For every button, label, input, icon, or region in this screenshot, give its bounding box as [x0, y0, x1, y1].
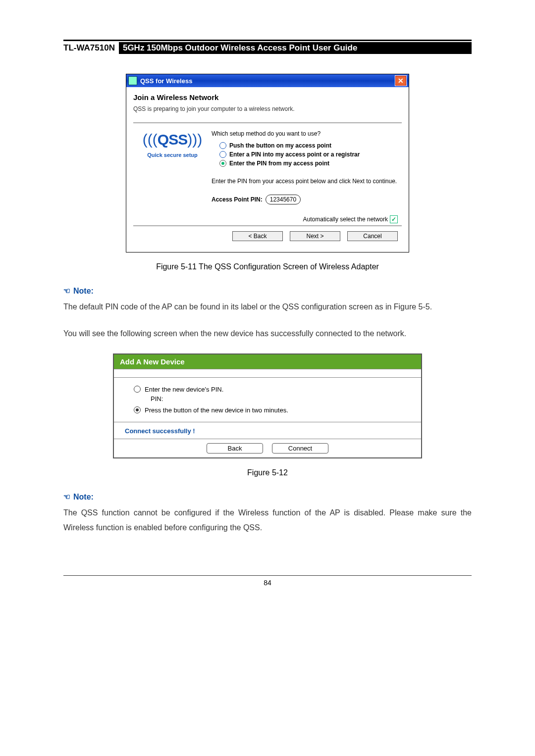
figure-caption-2: Figure 5-12	[63, 468, 472, 477]
radio-icon	[134, 406, 141, 413]
auto-select-checkbox[interactable]: ✓	[390, 215, 398, 223]
radio-icon	[134, 386, 141, 393]
option1-label: Push the button on my access point	[229, 142, 331, 149]
cancel-button[interactable]: Cancel	[347, 231, 398, 241]
option-enter-pin-registrar[interactable]: Enter a PIN into my access point or a re…	[212, 150, 398, 159]
back-button[interactable]: < Back	[232, 231, 283, 241]
pin-instruction: Enter the PIN from your access point bel…	[212, 178, 398, 185]
qss-logo: (((QSS)))	[135, 132, 210, 147]
close-icon[interactable]: ✕	[395, 75, 407, 86]
device-pin-label: PIN:	[123, 395, 412, 403]
d2-option2-label: Press the button of the new device in tw…	[145, 406, 288, 414]
note-heading-1: ☞Note:	[63, 286, 472, 296]
join-subheading: QSS is preparing to join your computer t…	[133, 105, 402, 112]
add-device-dialog: Add A New Device Enter the new device's …	[113, 353, 422, 458]
add-device-title: Add A New Device	[114, 354, 421, 369]
figure-caption-1: Figure 5-11 The QSS Configuration Screen…	[63, 262, 472, 271]
qss-tagline: Quick secure setup	[135, 152, 210, 158]
model-label: TL-WA7510N	[63, 42, 119, 54]
radio-icon	[219, 142, 226, 149]
connect-button[interactable]: Connect	[272, 443, 328, 454]
option-press-button[interactable]: Press the button of the new device in tw…	[123, 404, 412, 416]
guide-title: 5GHz 150Mbps Outdoor Wireless Access Poi…	[119, 42, 472, 54]
option-enter-pin-ap[interactable]: Enter the PIN from my access point	[212, 159, 398, 168]
note-text-1: The default PIN code of the AP can be fo…	[63, 300, 472, 314]
window-title: QSS for Wireless	[140, 77, 192, 85]
note-heading-2: ☞Note:	[63, 492, 472, 502]
auto-select-label: Automatically select the network	[303, 216, 388, 223]
next-button[interactable]: Next >	[290, 231, 340, 241]
app-icon	[128, 76, 137, 85]
option-enter-device-pin[interactable]: Enter the new device's PIN.	[123, 384, 412, 395]
option2-label: Enter a PIN into my access point or a re…	[229, 151, 360, 158]
radio-icon	[219, 151, 226, 158]
option-push-button[interactable]: Push the button on my access point	[212, 141, 398, 150]
hand-icon: ☞	[63, 492, 70, 502]
d2-option1-label: Enter the new device's PIN.	[145, 386, 223, 393]
radio-icon	[219, 160, 226, 167]
pin-input[interactable]: 12345670	[266, 195, 301, 204]
qss-dialog: QSS for Wireless ✕ Join a Wireless Netwo…	[126, 74, 409, 252]
option3-label: Enter the PIN from my access point	[229, 160, 329, 167]
join-heading: Join a Wireless Network	[133, 93, 402, 101]
connect-status: Connect successfully !	[114, 422, 421, 439]
body-paragraph: You will see the following screen when t…	[63, 326, 472, 341]
back-button-2[interactable]: Back	[207, 443, 263, 454]
pin-label: Access Point PIN:	[212, 196, 263, 203]
titlebar: QSS for Wireless ✕	[126, 74, 409, 87]
setup-question: Which setup method do you want to use?	[212, 130, 398, 137]
note-text-2: The QSS function cannot be configured if…	[63, 505, 472, 536]
hand-icon: ☞	[63, 286, 70, 296]
page-number: 84	[63, 575, 472, 587]
page-header: TL-WA7510N 5GHz 150Mbps Outdoor Wireless…	[63, 42, 472, 54]
